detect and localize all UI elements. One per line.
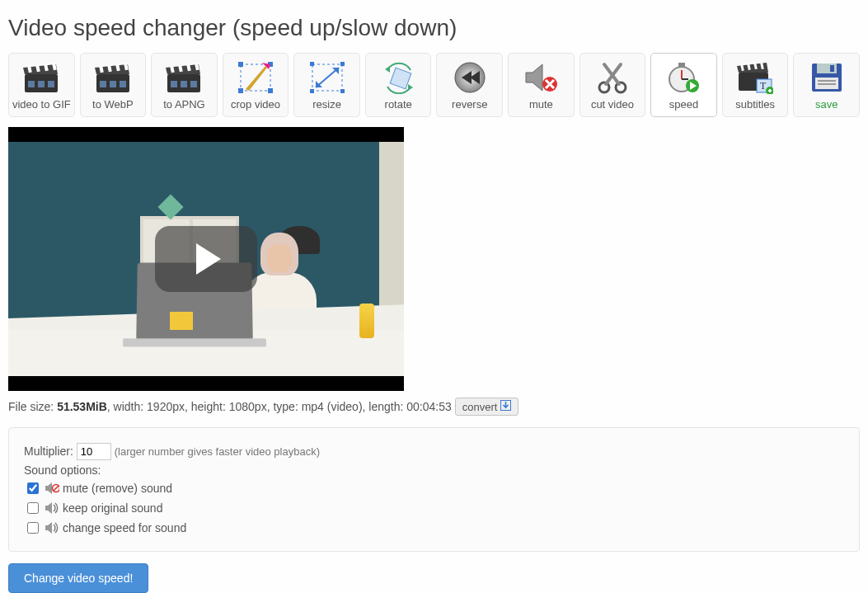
floppy-disk-icon [807,59,847,96]
option-mute-sound: mute (remove) sound [24,480,844,497]
tool-label: to WebP [92,98,134,111]
play-icon [196,243,221,275]
change-video-speed-button[interactable]: Change video speed! [8,563,148,593]
svg-rect-2 [38,81,45,87]
speaker-on-icon [45,502,59,514]
tool-to-apng[interactable]: to APNG [151,53,218,117]
tool-cut-video[interactable]: cut video [579,53,646,117]
checkbox-mute-sound[interactable] [27,482,39,494]
tool-label: subtitles [735,98,775,111]
tool-mute[interactable]: mute [508,53,575,117]
tool-resize[interactable]: resize [293,53,360,117]
svg-rect-38 [340,89,345,93]
option-change-speed-sound: change speed for sound [24,520,844,536]
svg-marker-79 [45,502,52,514]
tool-label: rotate [385,98,412,111]
svg-rect-42 [390,68,411,89]
svg-rect-28 [238,62,243,67]
svg-marker-48 [526,64,542,91]
multiplier-hint: (larger number gives faster video playba… [115,445,320,458]
svg-text:T: T [760,80,767,92]
svg-marker-32 [246,66,267,91]
svg-rect-73 [818,80,836,82]
file-info: File size: 51.53MiB, width: 1920px, heig… [8,398,860,416]
tool-subtitles[interactable]: T subtitles [722,53,789,117]
reverse-icon [450,59,490,96]
rotate-icon [378,59,418,96]
svg-rect-11 [110,81,116,87]
tool-label: video to GIF [12,98,71,111]
tool-label: cut video [591,98,634,111]
svg-marker-76 [45,482,52,494]
play-button[interactable] [155,226,257,292]
option-keep-sound: keep original sound [24,500,844,516]
file-details: , width: 1920px, height: 1080px, type: m… [107,400,452,413]
tool-label: crop video [231,98,280,111]
option-label: change speed for sound [63,521,186,534]
tool-label: to APNG [163,98,205,111]
svg-marker-43 [385,66,390,73]
svg-rect-3 [48,81,54,87]
tool-label: resize [312,98,341,111]
sound-options-heading: Sound options: [24,464,844,477]
tool-label: mute [529,98,553,111]
tool-save[interactable]: save [793,53,860,117]
svg-line-78 [54,486,59,491]
resize-icon [307,59,347,96]
multiplier-label: Multiplier: [24,445,73,458]
tool-to-webp[interactable]: to WebP [80,53,147,117]
stopwatch-play-icon [664,59,703,96]
page-title: Video speed changer (speed up/slow down) [8,15,860,41]
clapper-text-icon: T [735,59,775,96]
svg-rect-19 [171,81,177,87]
svg-rect-71 [830,65,834,72]
svg-rect-74 [818,83,836,85]
option-label: keep original sound [63,501,162,515]
toolbar: video to GIF to WebP to APNG crop video … [8,53,860,117]
svg-rect-31 [268,88,273,93]
svg-rect-55 [678,63,685,67]
convert-label: convert [462,401,498,413]
checkbox-keep-sound[interactable] [27,502,39,514]
speaker-mute-icon [521,59,561,96]
speaker-muted-icon [45,482,59,494]
tool-crop-video[interactable]: crop video [223,53,289,117]
svg-rect-21 [190,81,197,87]
svg-rect-36 [340,62,345,66]
convert-button[interactable]: convert [455,398,519,416]
speaker-on-icon [45,522,59,534]
tool-label: speed [669,98,698,111]
file-size-value: 51.53MiB [57,400,107,413]
tool-reverse[interactable]: reverse [436,53,503,117]
tool-video-to-gif[interactable]: video to GIF [8,53,75,117]
tool-label: save [815,98,838,111]
svg-rect-20 [181,81,187,87]
tool-label: reverse [452,98,487,111]
svg-rect-35 [310,62,314,66]
options-panel: Multiplier: (larger number gives faster … [8,427,860,552]
svg-rect-37 [310,89,314,93]
checkbox-change-speed-sound[interactable] [27,522,39,534]
multiplier-input[interactable] [77,443,111,460]
tool-rotate[interactable]: rotate [365,53,432,117]
clapper-icon [93,59,133,96]
svg-marker-44 [408,84,413,91]
download-icon [500,400,511,413]
tool-speed[interactable]: speed [650,53,717,117]
svg-rect-10 [100,81,106,87]
crop-icon [236,59,275,96]
video-preview[interactable] [8,127,404,391]
clapper-icon [21,59,61,96]
file-size-prefix: File size: [8,400,57,413]
svg-rect-30 [238,88,243,93]
svg-rect-12 [120,81,126,87]
scissors-icon [593,59,632,96]
option-label: mute (remove) sound [63,482,172,495]
svg-rect-1 [28,81,35,87]
clapper-icon [164,59,204,96]
svg-marker-80 [45,522,52,534]
